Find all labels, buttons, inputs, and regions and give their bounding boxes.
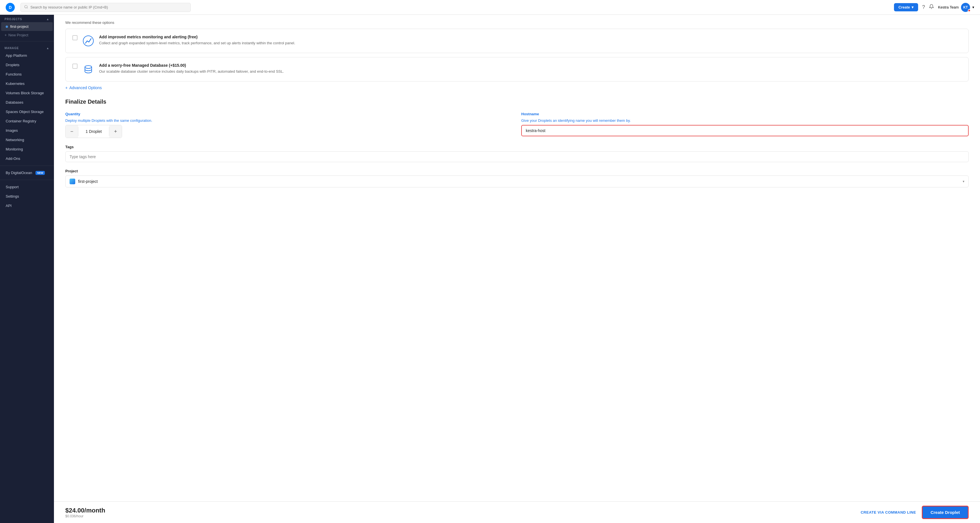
db-checkbox[interactable] xyxy=(72,64,78,69)
projects-section-title: PROJECTS ▲ xyxy=(5,17,49,21)
projects-section-header: PROJECTS ▲ xyxy=(0,15,54,22)
sidebar-item-container-registry[interactable]: Container Registry xyxy=(1,117,53,126)
sidebar-item-label: Support xyxy=(6,185,19,189)
sidebar-item-label: By DigitalOcean xyxy=(6,171,32,175)
project-select[interactable]: first-project ▾ xyxy=(65,175,969,188)
avatar-initials: KT xyxy=(963,5,968,10)
search-icon xyxy=(24,5,28,10)
sidebar-item-first-project[interactable]: first-project xyxy=(1,22,53,31)
sidebar-item-label: App Platform xyxy=(6,53,27,58)
sidebar-item-images[interactable]: Images xyxy=(1,126,53,135)
db-card-desc: Our scalable database cluster service in… xyxy=(99,69,961,75)
sidebar-item-volumes[interactable]: Volumes Block Storage xyxy=(1,89,53,97)
hostname-field-group: Hostname Give your Droplets an identifyi… xyxy=(521,112,969,138)
sidebar-item-monitoring[interactable]: Monitoring xyxy=(1,145,53,154)
quantity-decrease-button[interactable]: − xyxy=(65,125,78,138)
sidebar-item-app-platform[interactable]: App Platform xyxy=(1,51,53,60)
sidebar-item-spaces[interactable]: Spaces Object Storage xyxy=(1,107,53,116)
create-droplet-button[interactable]: Create Droplet xyxy=(922,506,969,519)
hostname-input[interactable] xyxy=(521,125,969,136)
svg-line-1 xyxy=(27,7,28,8)
metrics-checkbox[interactable] xyxy=(72,35,78,40)
chevron-down-icon: ▾ xyxy=(912,5,913,10)
db-card-body: Add a worry-free Managed Database (+$15.… xyxy=(99,63,961,75)
metrics-option-card: Add improved metrics monitoring and aler… xyxy=(65,29,969,53)
quantity-increase-button[interactable]: + xyxy=(109,125,122,138)
svg-point-2 xyxy=(83,36,94,46)
quantity-field-group: Quantity Deploy multiple Droplets with t… xyxy=(65,112,513,138)
sidebar-item-functions[interactable]: Functions xyxy=(1,70,53,79)
sidebar-item-label: Settings xyxy=(6,194,19,199)
new-project-button[interactable]: + New Project xyxy=(0,31,54,39)
sidebar-item-api[interactable]: API xyxy=(1,201,53,210)
quantity-control: − 1 Droplet + xyxy=(65,125,122,138)
main-content: We recommend these options Add improved … xyxy=(54,15,980,501)
create-via-command-line-link[interactable]: CREATE VIA COMMAND LINE xyxy=(861,510,916,515)
svg-point-3 xyxy=(85,65,92,68)
price-main: $24.00/month xyxy=(65,507,105,514)
new-badge: New xyxy=(35,171,45,175)
avatar: KT xyxy=(961,3,970,12)
db-card-title: Add a worry-free Managed Database (+$15.… xyxy=(99,63,961,68)
recommend-title: We recommend these options xyxy=(65,21,969,25)
sidebar-item-label: Droplets xyxy=(6,63,19,67)
chevron-down-icon-user: ▾ xyxy=(972,5,974,10)
sidebar-item-label: Volumes Block Storage xyxy=(6,91,44,95)
search-input[interactable] xyxy=(30,5,187,10)
bell-icon[interactable] xyxy=(929,4,934,11)
sidebar-item-label: first-project xyxy=(10,24,29,29)
db-icon xyxy=(82,63,94,76)
layout: PROJECTS ▲ first-project + New Project M… xyxy=(0,15,980,523)
plus-icon-advanced: + xyxy=(65,86,68,90)
footer-price: $24.00/month $0.036/hour xyxy=(65,507,105,518)
sidebar-item-addons[interactable]: Add-Ons xyxy=(1,154,53,163)
project-dot-icon xyxy=(6,25,8,28)
sidebar-item-networking[interactable]: Networking xyxy=(1,135,53,144)
finalize-section-title: Finalize Details xyxy=(65,99,969,105)
quantity-label: Quantity xyxy=(65,112,513,116)
advanced-options-toggle[interactable]: + Advanced Options xyxy=(65,86,969,90)
chevron-up-icon-manage: ▲ xyxy=(46,46,49,50)
tags-label: Tags xyxy=(65,145,969,149)
create-button[interactable]: Create ▾ xyxy=(894,3,918,11)
manage-section-title: MANAGE ▲ xyxy=(5,46,49,50)
avatar-badge xyxy=(968,9,970,12)
sidebar-item-label: API xyxy=(6,203,12,208)
user-info[interactable]: Kestra Team KT ▾ xyxy=(938,3,974,12)
sidebar-item-label: Functions xyxy=(6,72,22,76)
sidebar-item-label: Images xyxy=(6,128,18,133)
hostname-label: Hostname xyxy=(521,112,969,116)
tags-input[interactable] xyxy=(65,151,969,162)
sidebar-item-label: Add-Ons xyxy=(6,156,20,161)
project-label: Project xyxy=(65,169,969,173)
sidebar: PROJECTS ▲ first-project + New Project M… xyxy=(0,15,54,523)
metrics-card-desc: Collect and graph expanded system-level … xyxy=(99,40,961,46)
sidebar-item-droplets[interactable]: Droplets xyxy=(1,60,53,69)
sidebar-item-label: Spaces Object Storage xyxy=(6,110,44,114)
hostname-desc: Give your Droplets an identifying name y… xyxy=(521,118,969,122)
sidebar-item-databases[interactable]: Databases xyxy=(1,98,53,107)
metrics-icon xyxy=(82,35,94,47)
plus-icon: + xyxy=(5,33,7,37)
sidebar-item-support[interactable]: Support xyxy=(1,183,53,191)
sidebar-item-label: Databases xyxy=(6,100,23,105)
price-sub: $0.036/hour xyxy=(65,514,105,518)
sidebar-item-by-do[interactable]: By DigitalOcean New xyxy=(1,169,53,177)
topnav-right: Create ▾ ? Kestra Team KT ▾ xyxy=(894,3,974,12)
user-name: Kestra Team xyxy=(938,5,959,10)
sidebar-divider-1 xyxy=(0,41,54,41)
quantity-display: 1 Droplet xyxy=(78,127,109,136)
sidebar-item-label: Kubernetes xyxy=(6,81,25,86)
chevron-down-icon-project: ▾ xyxy=(963,180,964,183)
search-bar[interactable] xyxy=(21,3,191,12)
main: We recommend these options Add improved … xyxy=(54,15,980,523)
footer-actions: CREATE VIA COMMAND LINE Create Droplet xyxy=(861,506,969,519)
metrics-card-body: Add improved metrics monitoring and aler… xyxy=(99,35,961,46)
sidebar-item-settings[interactable]: Settings xyxy=(1,192,53,201)
topnav: D Create ▾ ? Kestra Team KT ▾ xyxy=(0,0,980,15)
sidebar-item-label: Networking xyxy=(6,138,24,142)
project-icon xyxy=(70,179,75,184)
help-icon[interactable]: ? xyxy=(922,4,925,10)
sidebar-item-kubernetes[interactable]: Kubernetes xyxy=(1,79,53,88)
metrics-card-title: Add improved metrics monitoring and aler… xyxy=(99,35,961,39)
